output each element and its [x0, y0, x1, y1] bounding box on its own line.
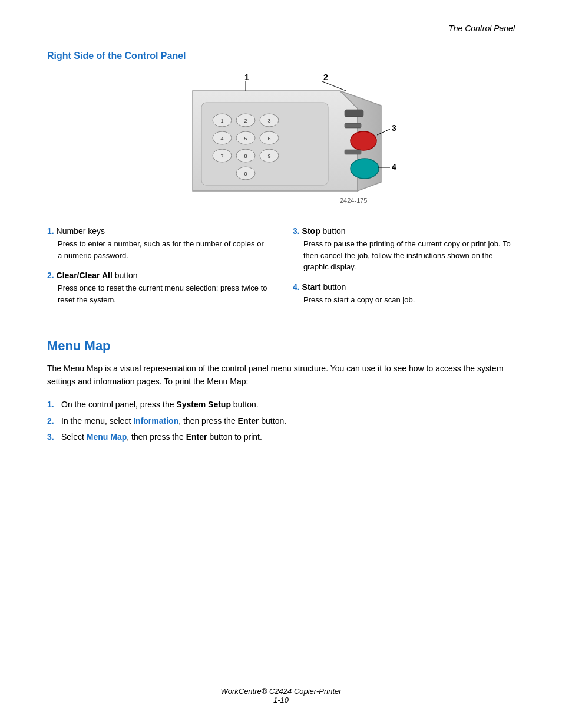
svg-text:1: 1 — [220, 118, 223, 124]
svg-text:2: 2 — [323, 73, 328, 82]
step-1-bold: System Setup — [176, 400, 231, 409]
svg-text:4: 4 — [392, 162, 396, 172]
svg-text:7: 7 — [220, 153, 223, 159]
section1-heading: Right Side of the Control Panel — [47, 51, 515, 61]
description-col-right: 3. Stop button Press to pause the printi… — [293, 226, 515, 315]
desc-item-1-body: Press to enter a number, such as for the… — [47, 238, 269, 261]
diagram-container: 1 2 3 4 5 6 7 8 9 — [47, 73, 515, 209]
svg-text:0: 0 — [244, 171, 247, 177]
svg-point-25 — [351, 159, 379, 179]
page-footer: WorkCentre® C2424 Copier-Printer 1-10 — [0, 687, 562, 704]
footer-line1: WorkCentre® C2424 Copier-Printer — [0, 687, 562, 696]
step-3-text-mid: , then press the — [127, 432, 186, 442]
svg-rect-22 — [345, 123, 361, 128]
control-panel-svg: 1 2 3 4 5 6 7 8 9 — [157, 73, 405, 209]
step-2-text-before: In the menu, select — [61, 416, 133, 426]
desc-item-3-body: Press to pause the printing of the curre… — [293, 238, 515, 273]
svg-text:9: 9 — [267, 153, 270, 159]
page-header: The Control Panel — [47, 24, 515, 33]
step-1-number: 1. — [47, 398, 54, 412]
desc-item-1-header: 1. Number keys — [47, 226, 269, 236]
desc-item-4-number: 4. — [293, 282, 300, 292]
menu-map-step-1: 1. On the control panel, press the Syste… — [47, 398, 515, 412]
footer-line2: 1-10 — [0, 696, 562, 704]
desc-item-2-header: 2. Clear/Clear All button — [47, 271, 269, 280]
desc-item-1: 1. Number keys Press to enter a number, … — [47, 226, 269, 261]
svg-rect-21 — [345, 110, 363, 117]
svg-text:4: 4 — [220, 136, 223, 141]
svg-text:5: 5 — [244, 136, 247, 141]
desc-item-1-label: Number keys — [57, 226, 105, 236]
menu-map-steps: 1. On the control panel, press the Syste… — [47, 398, 515, 444]
desc-item-4-label: Start — [302, 282, 321, 292]
desc-item-1-number: 1. — [47, 226, 54, 236]
step-2-text-after: button. — [259, 416, 286, 426]
svg-point-23 — [351, 131, 376, 150]
menu-map-intro: The Menu Map is a visual representation … — [47, 362, 515, 388]
step-2-text-mid: , then press the — [178, 416, 237, 426]
svg-text:1: 1 — [244, 73, 249, 82]
step-3-text-before: Select — [61, 432, 87, 442]
description-col-left: 1. Number keys Press to enter a number, … — [47, 226, 269, 315]
desc-item-3-label: Stop — [302, 226, 320, 236]
step-3-bold: Enter — [186, 432, 207, 442]
step-3-blue-bold: Menu Map — [87, 432, 127, 442]
desc-item-4: 4. Start button Press to start a copy or… — [293, 282, 515, 306]
desc-item-4-header: 4. Start button — [293, 282, 515, 292]
desc-item-4-label-suffix: button — [323, 282, 346, 292]
desc-item-4-body: Press to start a copy or scan job. — [293, 294, 515, 306]
svg-text:8: 8 — [244, 153, 247, 159]
desc-item-3: 3. Stop button Press to pause the printi… — [293, 226, 515, 273]
desc-item-2-body: Press once to reset the current menu sel… — [47, 282, 269, 305]
desc-item-2: 2. Clear/Clear All button Press once to … — [47, 271, 269, 305]
desc-item-3-number: 3. — [293, 226, 300, 236]
svg-text:3: 3 — [267, 118, 270, 124]
desc-item-3-label-suffix: button — [323, 226, 346, 236]
header-title: The Control Panel — [448, 24, 515, 33]
step-2-bold: Enter — [238, 416, 259, 426]
step-1-text-before: On the control panel, press the — [61, 400, 176, 409]
menu-map-heading: Menu Map — [47, 338, 515, 354]
desc-item-3-header: 3. Stop button — [293, 226, 515, 236]
step-2-number: 2. — [47, 414, 54, 429]
desc-item-2-label: Clear/Clear All — [57, 271, 113, 280]
svg-text:2424-175: 2424-175 — [340, 197, 368, 204]
svg-text:6: 6 — [267, 136, 270, 141]
menu-map-step-2: 2. In the menu, select Information, then… — [47, 414, 515, 429]
step-1-text-after: button. — [231, 400, 259, 409]
desc-item-2-number: 2. — [47, 271, 54, 280]
control-panel-diagram: 1 2 3 4 5 6 7 8 9 — [157, 73, 405, 209]
svg-text:2: 2 — [244, 118, 247, 124]
description-columns: 1. Number keys Press to enter a number, … — [47, 226, 515, 315]
menu-map-step-3: 3. Select Menu Map, then press the Enter… — [47, 430, 515, 444]
section2: Menu Map The Menu Map is a visual repres… — [47, 338, 515, 444]
page-container: The Control Panel Right Side of the Cont… — [0, 0, 562, 728]
step-2-blue-bold: Information — [133, 416, 178, 426]
svg-line-27 — [322, 81, 346, 91]
step-3-text-after: button to print. — [207, 432, 262, 442]
desc-item-2-label-suffix: button — [115, 271, 138, 280]
svg-rect-24 — [345, 150, 361, 154]
svg-text:3: 3 — [392, 123, 396, 133]
step-3-number: 3. — [47, 430, 54, 444]
